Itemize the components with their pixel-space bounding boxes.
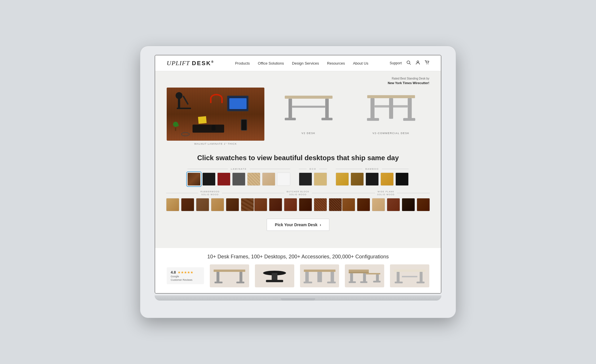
svg-rect-41 bbox=[360, 281, 368, 283]
search-icon[interactable] bbox=[406, 60, 411, 66]
nav-products[interactable]: Products bbox=[235, 61, 250, 65]
support-label[interactable]: Support bbox=[390, 61, 402, 65]
svg-rect-9 bbox=[284, 96, 332, 99]
svg-line-1 bbox=[409, 63, 411, 65]
swatch-bb5[interactable] bbox=[314, 198, 327, 211]
swatch-gray[interactable] bbox=[232, 173, 245, 186]
main-nav: Products Office Solutions Design Service… bbox=[235, 61, 368, 65]
logo: UPLIFT DESK® bbox=[167, 59, 214, 67]
swatch-wp6[interactable] bbox=[417, 198, 430, 211]
svg-point-2 bbox=[417, 61, 419, 63]
wide-plank-label: WIDE PLANKSOLID WOOD bbox=[376, 190, 396, 195]
swatch-bamboo5[interactable] bbox=[395, 173, 409, 186]
swatch-wp2[interactable] bbox=[357, 198, 370, 211]
swatch-black[interactable] bbox=[202, 173, 216, 186]
svg-rect-26 bbox=[236, 282, 244, 283]
wirecutter-text: New York Times Wirecutter! bbox=[388, 81, 429, 85]
nav-office-solutions[interactable]: Office Solutions bbox=[258, 61, 284, 65]
svg-rect-8 bbox=[182, 96, 189, 105]
svg-rect-22 bbox=[214, 270, 245, 272]
swatch-bb1[interactable] bbox=[254, 198, 267, 211]
laptop-frame: UPLIFT DESK® Products Office Solutions D… bbox=[140, 46, 456, 318]
logo-uplift: UPLIFT bbox=[167, 59, 190, 67]
bottom-product-4 bbox=[345, 264, 384, 287]
svg-rect-30 bbox=[304, 270, 335, 272]
cart-icon[interactable] bbox=[425, 60, 429, 66]
svg-rect-32 bbox=[330, 272, 334, 282]
swatch-bamboo4[interactable] bbox=[380, 173, 394, 186]
swatch-white[interactable] bbox=[277, 173, 290, 186]
laptop-base bbox=[155, 295, 441, 301]
svg-rect-48 bbox=[395, 282, 403, 283]
svg-rect-28 bbox=[272, 273, 277, 280]
hero-section: Rated Best Standing Desk by New York Tim… bbox=[155, 71, 441, 248]
swatch-rw5[interactable] bbox=[226, 198, 239, 211]
v2-desk-card: V2 DESK bbox=[270, 88, 347, 135]
v2-commercial-desk-card: V2-COMMERCIAL DESK bbox=[353, 88, 429, 135]
swatch-rw4[interactable] bbox=[211, 198, 224, 211]
svg-rect-39 bbox=[363, 273, 366, 282]
swatch-bamboo1[interactable] bbox=[336, 173, 349, 186]
svg-rect-6 bbox=[178, 96, 180, 109]
swatch-bamboo2[interactable] bbox=[351, 173, 364, 186]
swatch-rw1[interactable] bbox=[166, 198, 179, 211]
bottom-headline: 10+ Desk Frames, 100+ Desktops, 200+ Acc… bbox=[167, 254, 429, 260]
svg-rect-45 bbox=[394, 270, 426, 272]
nav-about-us[interactable]: About Us bbox=[353, 61, 368, 65]
svg-rect-16 bbox=[370, 98, 374, 119]
svg-rect-18 bbox=[367, 118, 379, 121]
chevron-right-icon: › bbox=[320, 222, 321, 227]
svg-rect-46 bbox=[397, 272, 400, 282]
svg-rect-23 bbox=[216, 272, 219, 282]
rated-badge: Rated Best Standing Desk by New York Tim… bbox=[167, 77, 429, 85]
desk-frames: V2 DESK bbox=[270, 88, 429, 135]
swatch-walnut[interactable] bbox=[187, 173, 201, 186]
customer-reviews-label: Customer Reviews bbox=[171, 278, 200, 281]
swatch-red[interactable] bbox=[217, 173, 230, 186]
swatch-bb3[interactable] bbox=[284, 198, 297, 211]
v2-desk-label: V2 DESK bbox=[301, 132, 316, 135]
svg-rect-24 bbox=[239, 272, 242, 282]
swatch-bb4[interactable] bbox=[299, 198, 312, 211]
svg-rect-31 bbox=[305, 272, 309, 282]
svg-rect-7 bbox=[177, 108, 191, 109]
swatch-eco-light[interactable] bbox=[314, 173, 327, 186]
bottom-product-1 bbox=[210, 264, 249, 287]
svg-point-4 bbox=[428, 64, 428, 64]
svg-rect-38 bbox=[350, 273, 353, 282]
svg-rect-13 bbox=[321, 118, 332, 121]
svg-rect-35 bbox=[317, 272, 322, 282]
nav-resources[interactable]: Resources bbox=[327, 61, 345, 65]
swatch-bamboo3[interactable] bbox=[366, 173, 379, 186]
bottom-product-2 bbox=[255, 264, 294, 287]
swatch-light-wood[interactable] bbox=[262, 173, 275, 186]
bottom-section: 10+ Desk Frames, 100+ Desktops, 200+ Acc… bbox=[155, 248, 441, 293]
svg-rect-12 bbox=[284, 118, 296, 121]
svg-rect-36 bbox=[349, 270, 369, 272]
swatch-bb6[interactable] bbox=[329, 198, 342, 211]
swatch-wp1[interactable] bbox=[342, 198, 355, 211]
swatch-rw6[interactable] bbox=[241, 198, 254, 211]
swatch-wp5[interactable] bbox=[402, 198, 415, 211]
svg-point-3 bbox=[426, 64, 427, 64]
swatch-eco-black[interactable] bbox=[299, 173, 312, 186]
google-rating: 4.8 ★★★★★ Google Customer Reviews bbox=[167, 267, 204, 284]
svg-rect-42 bbox=[366, 273, 380, 274]
swatch-rw2[interactable] bbox=[181, 198, 194, 211]
swatch-rw3[interactable] bbox=[196, 198, 209, 211]
bottom-product-5 bbox=[390, 264, 429, 287]
account-icon[interactable] bbox=[416, 60, 420, 66]
swatch-pattern[interactable] bbox=[247, 173, 260, 186]
bottom-product-3 bbox=[300, 264, 339, 287]
svg-rect-21 bbox=[389, 98, 393, 119]
swatch-wp4[interactable] bbox=[387, 198, 400, 211]
svg-point-0 bbox=[407, 61, 410, 64]
swatch-wp3[interactable] bbox=[372, 198, 385, 211]
logo-desk: DESK bbox=[192, 60, 212, 66]
laminate-label: LAMINATE bbox=[229, 168, 248, 170]
product1-label: WALNUT LAMINATE 1" THICK bbox=[194, 142, 237, 145]
svg-rect-47 bbox=[420, 272, 423, 282]
swatch-bb2[interactable] bbox=[269, 198, 282, 211]
dream-desk-button[interactable]: Pick Your Dream Desk › bbox=[267, 219, 330, 231]
nav-design-services[interactable]: Design Services bbox=[292, 61, 319, 65]
